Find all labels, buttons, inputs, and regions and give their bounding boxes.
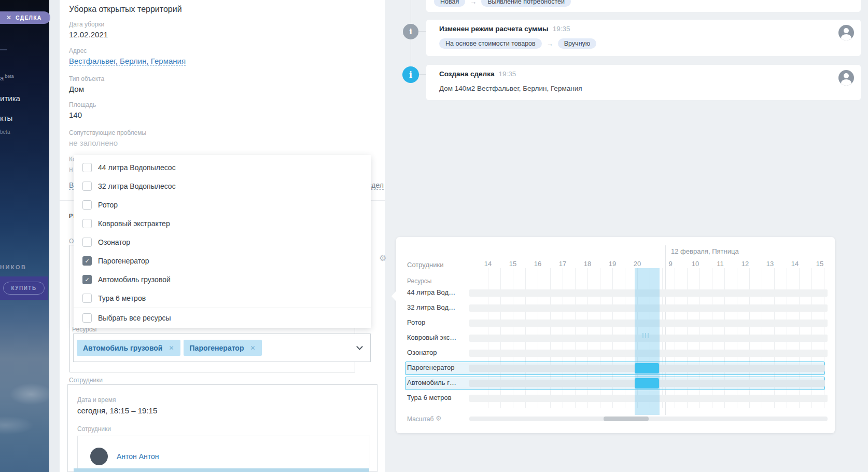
scheduler-resources-label: Ресурсы xyxy=(407,277,431,285)
info-icon: i xyxy=(402,66,419,83)
dropdown-option[interactable]: Ковровый экстрактер xyxy=(74,214,371,233)
field-value: Дом xyxy=(69,85,104,93)
resource-row-label: Ковровый экс… xyxy=(407,334,456,341)
dropdown-option[interactable]: Ротор xyxy=(74,196,371,214)
feed-card-status-change: Новая→Выявление потребностей xyxy=(426,0,861,12)
status-badge: Выявление потребностей xyxy=(481,0,571,7)
resource-row-label: Ротор xyxy=(407,318,425,326)
checkbox[interactable]: ✓ xyxy=(82,256,92,266)
checkbox[interactable] xyxy=(82,238,92,247)
buy-button[interactable]: КУПИТЬ xyxy=(3,282,44,295)
checkbox[interactable] xyxy=(82,163,92,172)
hour-tick-label: 13 xyxy=(762,260,778,268)
employees-section-label: Сотрудники xyxy=(69,377,103,384)
dropdown-option[interactable]: Тура 6 метров xyxy=(74,289,371,308)
resources-dropdown-list: 44 литра Водопылесос32 литра Водопылесос… xyxy=(74,155,371,308)
address-link[interactable]: Вестфальвег, Берлин, Германия xyxy=(69,57,186,66)
scheduler-pointer xyxy=(391,291,396,301)
scheduler-day-label: 12 февраля, Пятница xyxy=(671,247,739,255)
remove-tag-icon[interactable]: ✕ xyxy=(169,344,174,352)
resource-row-label: 44 литра Вод… xyxy=(407,288,455,296)
equipment-field-label: О xyxy=(69,238,74,245)
resource-row-label: Тура 6 метров xyxy=(407,394,452,401)
gear-icon[interactable]: ⚙ xyxy=(436,414,442,422)
event-title: Изменен режим расчета суммы xyxy=(439,25,549,33)
band-drag-handle[interactable] xyxy=(642,333,652,338)
datetime-label: Дата и время xyxy=(77,396,116,404)
field-label: Дата уборки xyxy=(69,21,108,28)
dropdown-option[interactable]: 44 литра Водопылесос xyxy=(74,158,371,177)
resource-tag-label: Парогенератор xyxy=(190,344,244,352)
status-badges: Новая→Выявление потребностей xyxy=(434,0,571,7)
person-icon xyxy=(838,70,854,86)
hour-tick-label: 16 xyxy=(530,260,545,268)
field-label: Адрес xyxy=(69,47,186,54)
checkbox[interactable] xyxy=(82,200,92,210)
app-root: ✕ СДЕЛКА аbeta итика кты beta НИКОВ КУПИ… xyxy=(0,0,868,472)
sidebar-item-analytics[interactable]: итика xyxy=(0,94,20,103)
hour-tick-label: 20 xyxy=(629,260,645,268)
feed-connector xyxy=(419,74,426,75)
feed-card-created: Создана сделка19:35 Дом 140м2 Вестфальве… xyxy=(426,65,861,100)
selected-time-band[interactable] xyxy=(635,268,660,415)
scheduler-scrollbar[interactable] xyxy=(469,417,828,421)
checkbox[interactable] xyxy=(82,294,92,303)
buy-block: КУПИТЬ xyxy=(0,276,48,300)
sum-mode-badges: На основе стоимости товаров→Вручную xyxy=(439,38,596,49)
show-more-link[interactable]: В xyxy=(69,181,74,190)
dropdown-option[interactable]: ✓Автомобиль грузовой xyxy=(74,270,371,289)
resource-tag[interactable]: Автомобиль грузовой✕ xyxy=(77,340,180,356)
sidebar-item-mail[interactable]: аbeta xyxy=(0,74,14,82)
checkbox[interactable] xyxy=(82,219,92,228)
close-icon[interactable]: ✕ xyxy=(6,14,11,21)
resources-dropdown: 44 литра Водопылесос32 литра Водопылесос… xyxy=(74,155,371,328)
deal-tab-pill[interactable]: ✕ СДЕЛКА xyxy=(0,11,50,24)
hour-tick-label: 9 xyxy=(663,260,678,268)
resources-multiselect[interactable]: Автомобиль грузовой✕Парогенератор✕ xyxy=(73,334,371,362)
hour-tick-label: 18 xyxy=(580,260,595,268)
checkbox[interactable]: ✓ xyxy=(82,275,92,284)
field-label: Площадь xyxy=(69,101,96,108)
arrow-icon: → xyxy=(470,0,477,6)
event-time: 19:35 xyxy=(553,25,570,33)
hour-tick-label: 17 xyxy=(555,260,570,268)
employee-row[interactable]: Антон Антон xyxy=(77,436,370,472)
avatar xyxy=(90,448,108,465)
resource-row-label: Парогенератор xyxy=(407,364,455,371)
resource-row-label: 32 литра Вод… xyxy=(407,303,455,311)
hour-tick-label: 14 xyxy=(480,260,496,268)
booking-bar[interactable] xyxy=(635,378,659,388)
person-icon xyxy=(838,25,854,40)
checkbox[interactable] xyxy=(82,313,92,323)
deal-pill-label: СДЕЛКА xyxy=(16,15,42,21)
status-badge: Новая xyxy=(434,0,465,7)
resource-tag[interactable]: Парогенератор✕ xyxy=(184,340,262,356)
scrollbar-thumb[interactable] xyxy=(604,417,649,421)
checkbox[interactable] xyxy=(82,182,92,191)
deal-field: Тип объектаДом xyxy=(69,75,104,93)
hour-tick-label: 14 xyxy=(787,260,803,268)
dropdown-option-label: Ротор xyxy=(98,201,118,209)
hour-tick-label: 12 xyxy=(737,260,753,268)
event-title: Создана сделка xyxy=(439,70,494,78)
deal-field: Площадь140 xyxy=(69,101,96,119)
beta-badge: beta xyxy=(5,74,14,79)
remove-tag-icon[interactable]: ✕ xyxy=(250,344,255,352)
booking-bar[interactable] xyxy=(635,363,659,373)
chevron-down-icon[interactable] xyxy=(356,343,363,350)
select-all-resources-option[interactable]: Выбрать все ресурсы xyxy=(74,308,371,328)
gear-icon[interactable]: ⚙ xyxy=(379,253,386,263)
resource-row-label: Озонатор xyxy=(407,349,437,356)
datetime-value[interactable]: сегодня, 18:15 – 19:15 xyxy=(77,406,157,415)
hour-tick-label: 10 xyxy=(688,260,703,268)
beta-badge: beta xyxy=(0,129,10,135)
dropdown-option[interactable]: ✓Парогенератор xyxy=(74,252,371,270)
employees-label: Сотрудники xyxy=(77,425,111,433)
dropdown-option-label: Озонатор xyxy=(98,238,130,246)
dropdown-option-label: Парогенератор xyxy=(98,257,149,265)
employee-name-link[interactable]: Антон Антон xyxy=(117,452,159,461)
dropdown-option[interactable]: Озонатор xyxy=(74,233,371,252)
dropdown-option[interactable]: 32 литра Водопылесос xyxy=(74,177,371,196)
sidebar: ✕ СДЕЛКА аbeta итика кты beta НИКОВ КУПИ… xyxy=(0,0,49,472)
sidebar-item-projects[interactable]: кты xyxy=(0,114,12,122)
